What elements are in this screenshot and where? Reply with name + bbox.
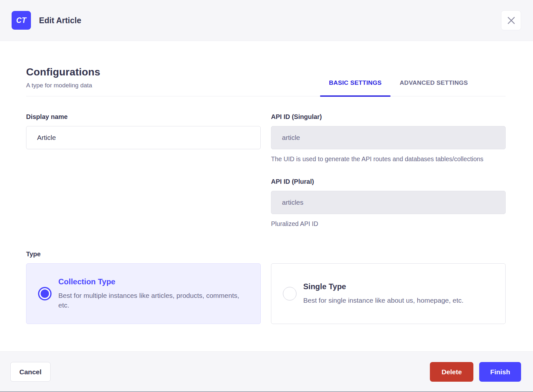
api-id-plural-input xyxy=(271,191,506,214)
close-button[interactable] xyxy=(501,10,521,30)
type-option-single-title: Single Type xyxy=(303,282,463,291)
modal-footer: Cancel Delete Finish xyxy=(0,351,533,392)
type-option-collection[interactable]: Collection Type Best for multiple instan… xyxy=(26,263,261,324)
type-option-collection-description: Best for multiple instances like article… xyxy=(58,291,247,310)
api-id-singular-input xyxy=(271,126,506,149)
api-id-singular-label: API ID (Singular) xyxy=(271,113,506,121)
page-subtitle: A type for modeling data xyxy=(26,82,100,89)
api-id-singular-hint: The UID is used to generate the API rout… xyxy=(271,154,484,164)
type-section: Type Collection Type Best for multiple i… xyxy=(26,250,506,324)
type-options: Collection Type Best for multiple instan… xyxy=(26,263,506,324)
tab-advanced-settings[interactable]: ADVANCED SETTINGS xyxy=(391,79,477,96)
delete-button[interactable]: Delete xyxy=(430,362,473,382)
settings-tabs: BASIC SETTINGS ADVANCED SETTINGS xyxy=(320,79,477,96)
api-id-singular-group: API ID (Singular) The UID is used to gen… xyxy=(271,113,506,164)
type-option-collection-title: Collection Type xyxy=(58,277,247,286)
tab-basic-settings[interactable]: BASIC SETTINGS xyxy=(320,79,391,96)
page-title: Configurations xyxy=(26,66,100,78)
edit-content-type-modal: CT Edit Article Configurations A type fo… xyxy=(0,0,533,392)
display-name-group: Display name xyxy=(26,113,261,229)
type-option-collection-text: Collection Type Best for multiple instan… xyxy=(58,277,247,310)
type-option-single[interactable]: Single Type Best for single instance lik… xyxy=(271,263,506,324)
api-id-column: API ID (Singular) The UID is used to gen… xyxy=(271,113,506,229)
content-type-badge-label: CT xyxy=(16,16,26,25)
api-id-plural-hint: Pluralized API ID xyxy=(271,219,484,229)
display-name-input[interactable] xyxy=(26,126,261,149)
api-id-plural-group: API ID (Plural) Pluralized API ID xyxy=(271,178,506,229)
section-titles: Configurations A type for modeling data xyxy=(26,66,100,96)
close-icon xyxy=(507,16,515,24)
radio-unselected-icon[interactable] xyxy=(283,287,296,300)
modal-body: Configurations A type for modeling data … xyxy=(0,41,533,351)
display-name-label: Display name xyxy=(26,113,261,121)
section-header: Configurations A type for modeling data … xyxy=(26,66,506,96)
type-option-single-text: Single Type Best for single instance lik… xyxy=(303,282,463,305)
modal-header: CT Edit Article xyxy=(0,0,533,41)
api-id-plural-label: API ID (Plural) xyxy=(271,178,506,185)
content-type-badge: CT xyxy=(12,11,31,30)
finish-button[interactable]: Finish xyxy=(479,362,521,382)
radio-selected-icon[interactable] xyxy=(38,287,52,300)
configuration-form: Display name API ID (Singular) The UID i… xyxy=(26,113,506,229)
modal-title: Edit Article xyxy=(39,16,81,25)
type-option-single-description: Best for single instance like about us, … xyxy=(303,296,463,305)
cancel-button[interactable]: Cancel xyxy=(10,362,51,382)
type-label: Type xyxy=(26,250,506,258)
